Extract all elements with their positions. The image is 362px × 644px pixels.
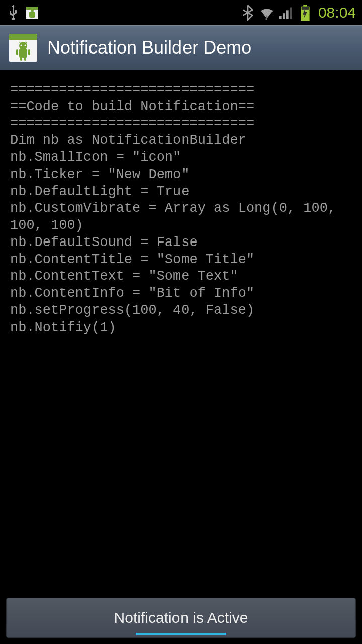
code-line: ============================== — [10, 82, 254, 97]
signal-icon — [279, 6, 293, 20]
code-line: Dim nb as NotificationBuilder — [10, 133, 246, 148]
svg-rect-2 — [29, 12, 35, 18]
wifi-icon — [260, 6, 274, 20]
svg-point-12 — [21, 45, 22, 46]
code-line: ==Code to build Notification== — [10, 99, 254, 114]
status-time: 08:04 — [318, 4, 356, 21]
battery-charging-icon — [298, 6, 312, 20]
status-left — [6, 6, 39, 20]
svg-point-13 — [25, 45, 26, 46]
code-display: ============================== ==Code to… — [0, 70, 362, 347]
svg-rect-6 — [286, 10, 289, 19]
svg-line-15 — [26, 42, 28, 43]
code-line: nb.ContentTitle = "Some Title" — [10, 252, 254, 267]
svg-line-14 — [19, 42, 20, 43]
svg-rect-17 — [16, 49, 18, 55]
code-line: nb.SmallIcon = "icon" — [10, 150, 181, 165]
status-right: 08:04 — [241, 4, 356, 21]
svg-rect-4 — [279, 16, 282, 19]
code-line: nb.DefaultLight = True — [10, 184, 189, 199]
code-line: nb.DefaultSound = False — [10, 235, 198, 250]
code-line: nb.CustomVibrate = Array as Long(0, 100,… — [10, 201, 344, 233]
app-notification-icon — [25, 6, 39, 20]
svg-rect-19 — [20, 57, 22, 61]
action-bar: Notification Builder Demo — [0, 25, 362, 70]
app-icon[interactable] — [9, 34, 37, 62]
code-line: ============================== — [10, 116, 254, 131]
svg-rect-8 — [303, 5, 307, 7]
svg-rect-5 — [283, 13, 285, 19]
bluetooth-icon — [241, 6, 255, 20]
notification-status-button[interactable]: Notification is Active — [6, 598, 356, 638]
code-line: nb.Ticker = "New Demo" — [10, 167, 189, 182]
code-line: nb.Notifiy(1) — [10, 320, 116, 335]
svg-rect-20 — [24, 57, 26, 61]
code-line: nb.ContentInfo = "Bit of Info" — [10, 286, 254, 301]
svg-point-11 — [19, 42, 27, 50]
svg-rect-16 — [19, 49, 27, 58]
code-line: nb.ContentText = "Some Text" — [10, 269, 238, 284]
app-title: Notification Builder Demo — [47, 37, 251, 58]
usb-icon — [6, 6, 20, 20]
svg-rect-7 — [290, 8, 292, 19]
button-underline — [136, 633, 226, 635]
svg-point-3 — [31, 9, 34, 12]
status-bar[interactable]: 08:04 — [0, 0, 362, 25]
svg-rect-18 — [28, 49, 30, 55]
notification-status-label: Notification is Active — [114, 609, 248, 626]
code-line: nb.setProgress(100, 40, False) — [10, 303, 254, 318]
